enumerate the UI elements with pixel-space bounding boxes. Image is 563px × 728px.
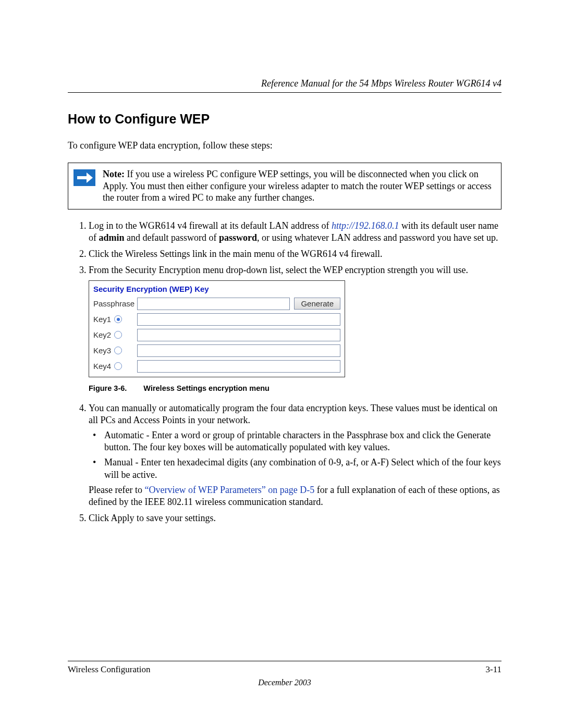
figure-caption: Figure 3-6.Wireless Settings encryption … [89,384,501,393]
step-3-text: From the Security Encryption menu drop-d… [89,265,468,275]
note-box: Note: If you use a wireless PC configure… [68,163,501,209]
key4-row: Key4 [89,359,345,377]
step-4-text: You can manually or automatically progra… [89,403,497,425]
key3-input[interactable] [137,344,340,357]
key1-input[interactable] [137,313,340,326]
note-text: Note: If you use a wireless PC configure… [103,168,494,204]
wep-overview-xref[interactable]: “Overview of WEP Parameters” on page D-5 [144,485,314,495]
footer-section: Wireless Configuration [68,664,150,675]
key1-radio[interactable] [114,315,122,323]
step-4-bullets: Automatic - Enter a word or group of pri… [89,429,501,480]
passphrase-input[interactable] [137,298,290,310]
key4-label: Key4 [93,361,111,371]
key3-row: Key3 [89,343,345,359]
note-label: Note: [103,169,125,179]
bullet-manual: Manual - Enter ten hexadecimal digits (a… [104,456,501,480]
steps-list: Log in to the WGR614 v4 firewall at its … [68,220,501,524]
step-1-text-d: , or using whatever LAN address and pass… [257,232,498,243]
key4-input[interactable] [137,360,340,373]
step-3: From the Security Encryption menu drop-d… [89,264,501,393]
key2-input[interactable] [137,329,340,341]
generate-button[interactable]: Generate [294,298,340,310]
step-1: Log in to the WGR614 v4 firewall at its … [89,220,501,244]
manual-title: Reference Manual for the 54 Mbps Wireles… [68,78,501,89]
key2-label: Key2 [93,330,111,340]
key3-radio[interactable] [114,347,122,354]
lan-address-link[interactable]: http://192.168.0.1 [332,220,399,231]
wep-panel: Security Encryption (WEP) Key Passphrase… [89,280,345,377]
key2-row: Key2 [89,327,345,343]
header-rule [68,92,501,93]
key3-label: Key3 [93,346,111,355]
step-1-text-c: and default password of [125,232,219,243]
wep-panel-title: Security Encryption (WEP) Key [89,281,345,296]
arrow-icon [74,169,95,186]
passphrase-label: Passphrase [93,299,137,309]
note-body: If you use a wireless PC configure WEP s… [103,169,492,203]
section-intro: To configure WEP data encryption, follow… [68,140,501,151]
step-2: Click the Wireless Settings link in the … [89,248,501,260]
key2-radio[interactable] [114,331,122,339]
step-4: You can manually or automatically progra… [89,402,501,508]
key1-label: Key1 [93,314,111,324]
key4-radio[interactable] [114,362,122,370]
key1-row: Key1 [89,312,345,327]
step-4-ref-a: Please refer to [89,485,144,495]
footer-date: December 2003 [68,678,501,687]
svg-rect-1 [77,176,87,179]
figure-number: Figure 3-6. [89,384,127,392]
password-bold: password [219,232,257,243]
footer-page-number: 3-11 [485,664,501,675]
step-5: Click Apply to save your settings. [89,512,501,524]
section-title: How to Configure WEP [68,112,501,127]
footer-rule [68,661,501,661]
figure-title: Wireless Settings encryption menu [143,384,270,392]
page-footer: Wireless Configuration 3-11 December 200… [68,661,501,687]
passphrase-row: Passphrase Generate [89,296,345,312]
bullet-automatic: Automatic - Enter a word or group of pri… [104,429,501,453]
admin-bold: admin [99,232,125,243]
step-1-text-a: Log in to the WGR614 v4 firewall at its … [89,220,332,231]
